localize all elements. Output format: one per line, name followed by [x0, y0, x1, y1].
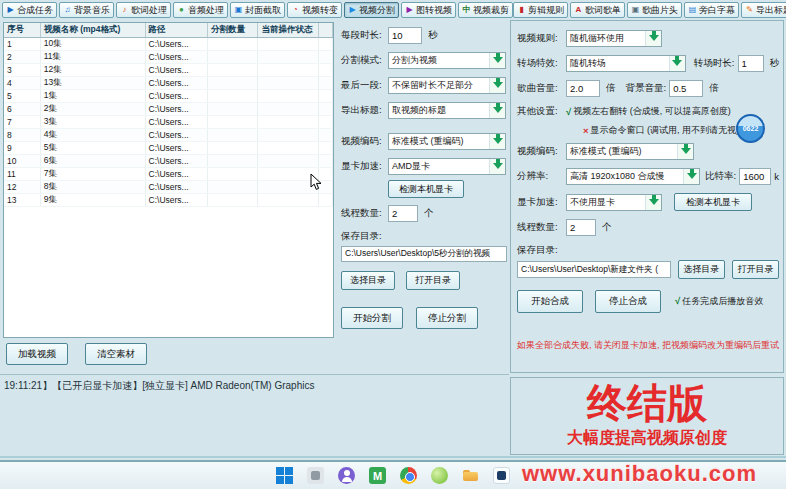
tab-bg-music[interactable]: ♫背景音乐 [59, 2, 114, 18]
gpu-accel-select[interactable]: AMD显卡 [388, 158, 506, 175]
table-row[interactable]: 84集C:\Users... [4, 129, 333, 142]
chevron-down-icon[interactable] [489, 159, 505, 174]
tab-compose-task[interactable]: ▶合成任务 [2, 2, 57, 18]
table-cell [318, 194, 332, 207]
windows-icon[interactable] [276, 467, 293, 484]
table-row[interactable]: 62集C:\Users... [4, 103, 333, 116]
table-cell [208, 155, 258, 168]
column-header[interactable]: 路径 [145, 23, 207, 38]
column-header[interactable]: 序号 [4, 23, 40, 38]
mail-icon[interactable] [369, 467, 386, 484]
chevron-down-icon[interactable] [645, 195, 661, 210]
chevron-down-icon[interactable] [677, 144, 693, 159]
column-header[interactable]: 视频名称 (mp4格式) [40, 23, 145, 38]
table-cell: 9 [4, 142, 40, 155]
tab-video-split[interactable]: ▶视频分割 [344, 2, 399, 18]
video-rule-select[interactable]: 随机循环使用 [566, 30, 662, 47]
tab-lyrics-process[interactable]: ♪歌词处理 [116, 2, 171, 18]
merge-detect-gpu-button[interactable]: 检测本机显卡 [674, 193, 752, 211]
table-cell: C:\Users... [145, 103, 207, 116]
table-row[interactable]: 128集C:\Users... [4, 181, 333, 194]
checkmark-icon[interactable]: √ [566, 106, 571, 117]
resolution-select[interactable]: 高清 1920x1080 合成慢 [566, 168, 700, 185]
detect-gpu-button[interactable]: 检测本机显卡 [388, 180, 464, 198]
export-title-select[interactable]: 取视频的标题 [388, 102, 506, 119]
merge-choose-dir-button[interactable]: 选择目录 [678, 260, 725, 279]
bitrate-input[interactable] [739, 168, 771, 185]
table-cell: 8集 [40, 181, 145, 194]
table-cell [208, 142, 258, 155]
folder-icon[interactable] [462, 467, 479, 484]
table-cell [208, 90, 258, 103]
tab-audio-process[interactable]: ●音频处理 [173, 2, 228, 18]
tab-label: 导出标题 [756, 4, 786, 17]
start-merge-button[interactable]: 开始合成 [517, 290, 583, 313]
table-cell [208, 116, 258, 129]
table-row[interactable]: 110集C:\Users... [4, 38, 333, 51]
tab-image-to-video[interactable]: ▶图转视频 [401, 2, 456, 18]
tab-narration-subtitle[interactable]: ▤旁白字幕 [684, 2, 739, 18]
export-title-value: 取视频的标题 [389, 104, 489, 117]
chrome-icon[interactable] [400, 467, 417, 484]
merge-save-dir-input[interactable] [517, 261, 671, 278]
chevron-down-icon[interactable] [489, 53, 505, 68]
tab-label: 音频处理 [188, 4, 224, 17]
chevron-down-icon[interactable] [489, 103, 505, 118]
table-row[interactable]: 139集C:\Users... [4, 194, 333, 207]
column-header[interactable]: 当前操作状态 [258, 23, 318, 38]
tab-clip-rules[interactable]: ▮剪辑规则 [513, 2, 568, 18]
split-mode-select[interactable]: 分割为视频 [388, 52, 506, 69]
video-encode-select[interactable]: 标准模式 (重编码) [388, 133, 506, 150]
column-header[interactable]: 分割数量 [208, 23, 258, 38]
table-row[interactable]: 106集C:\Users... [4, 155, 333, 168]
choose-dir-button[interactable]: 选择目录 [341, 271, 395, 290]
clear-material-button[interactable]: 清空素材 [85, 343, 147, 365]
table-row[interactable]: 95集C:\Users... [4, 142, 333, 155]
open-dir-button[interactable]: 打开目录 [406, 271, 460, 290]
app-active-icon[interactable] [493, 467, 510, 484]
table-row[interactable]: 73集C:\Users... [4, 116, 333, 129]
column-header[interactable] [318, 23, 332, 38]
tab-cover-capture[interactable]: ▣封面截取 [230, 2, 285, 18]
flip-video-checkbox-label[interactable]: 视频左右翻转 (合成慢, 可以提高原创度) [573, 105, 731, 118]
load-videos-button[interactable]: 加载视频 [6, 343, 68, 365]
tab-export-title[interactable]: ✎导出标题 [741, 2, 786, 18]
chevron-down-icon[interactable] [669, 56, 685, 71]
checkmark-icon[interactable]: √ [675, 295, 680, 306]
transition-select[interactable]: 随机转场 [566, 55, 686, 72]
sound-effect-checkbox-label[interactable]: 任务完成后播放音效 [682, 296, 763, 306]
browser-360-icon[interactable] [431, 467, 448, 484]
tab-song-intro[interactable]: ▣歌曲片头 [627, 2, 682, 18]
merge-encode-select[interactable]: 标准模式 (重编码) [566, 143, 694, 160]
tab-video-transform[interactable]: ◔视频转变 [287, 2, 342, 18]
last-segment-select[interactable]: 不保留时长不足部分 [388, 77, 506, 94]
table-row[interactable]: 51集C:\Users... [4, 90, 333, 103]
cross-icon[interactable]: × [583, 125, 589, 136]
song-volume-input[interactable] [566, 80, 600, 97]
table-row[interactable]: 211集C:\Users... [4, 51, 333, 64]
user-icon[interactable] [338, 467, 355, 484]
chevron-down-icon[interactable] [489, 134, 505, 149]
table-row[interactable]: 117集C:\Users... [4, 168, 333, 181]
chevron-down-icon[interactable] [683, 169, 699, 184]
tab-video-crop[interactable]: 中视频裁剪 [458, 2, 513, 18]
thread-count-input[interactable] [388, 205, 418, 222]
start-split-button[interactable]: 开始分割 [341, 307, 403, 329]
chevron-down-icon[interactable] [645, 31, 661, 46]
bg-volume-input[interactable] [669, 80, 703, 97]
stop-merge-button[interactable]: 停止合成 [595, 290, 661, 313]
show-cmd-checkbox-label[interactable]: 显示命令窗口 (调试用, 用不到请无视) [591, 124, 740, 137]
table-row[interactable]: 312集C:\Users... [4, 64, 333, 77]
merge-thread-count-input[interactable] [566, 219, 596, 236]
merge-gpu-select[interactable]: 不使用显卡 [566, 194, 662, 211]
merge-open-dir-button[interactable]: 打开目录 [732, 260, 779, 279]
transition-duration-input[interactable] [738, 55, 764, 72]
save-dir-input[interactable] [341, 246, 507, 262]
widgets-icon[interactable] [307, 467, 324, 484]
tab-lyrics-playlist[interactable]: A歌词歌单 [570, 2, 625, 18]
segment-duration-input[interactable] [388, 27, 422, 44]
chevron-down-icon[interactable] [489, 78, 505, 93]
cover-capture-icon: ▣ [234, 6, 243, 14]
stop-split-button[interactable]: 停止分割 [416, 307, 478, 329]
table-row[interactable]: 413集C:\Users... [4, 77, 333, 90]
